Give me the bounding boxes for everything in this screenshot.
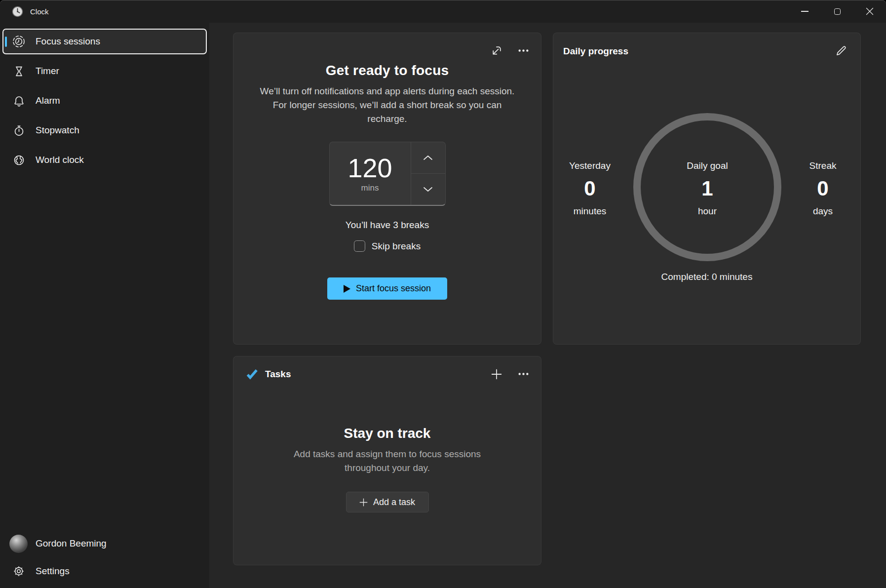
focus-card-description: We’ll turn off notifications and app ale… <box>260 84 515 126</box>
plus-icon <box>359 498 368 507</box>
sidebar-item-label: Stopwatch <box>36 125 79 136</box>
skip-breaks-label: Skip breaks <box>372 241 421 252</box>
edit-goal-button[interactable] <box>834 44 847 57</box>
close-icon <box>866 7 874 15</box>
skip-breaks-checkbox[interactable] <box>354 240 365 252</box>
plus-icon <box>491 369 502 380</box>
settings-label: Settings <box>36 566 70 577</box>
maximize-icon <box>834 8 841 15</box>
sidebar-item-alarm[interactable]: Alarm <box>2 88 207 114</box>
tasks-more-options-button[interactable] <box>517 367 530 381</box>
add-task-plus-button[interactable] <box>490 367 503 381</box>
chevron-up-icon <box>423 155 433 160</box>
stat-daily-goal: Daily goal 1 hour <box>670 159 744 218</box>
main-content: Get ready to focus We’ll turn off notifi… <box>209 23 886 588</box>
minimize-icon <box>801 11 809 12</box>
duration-increase-button[interactable] <box>411 142 445 174</box>
duration-number: 120 <box>347 154 392 182</box>
duration-stepper: 120 mins <box>329 142 446 206</box>
hourglass-icon <box>12 65 25 78</box>
chevron-down-icon <box>423 187 433 192</box>
minimize-button[interactable] <box>788 0 821 23</box>
daily-progress-title: Daily progress <box>563 46 628 57</box>
window-controls <box>788 0 886 23</box>
sidebar-item-focus-sessions[interactable]: Focus sessions <box>2 29 207 54</box>
globe-icon <box>12 154 25 166</box>
bell-icon <box>12 94 25 107</box>
daily-progress-card: Daily progress Yesterday 0 minutes Daily… <box>553 33 861 345</box>
edit-pencil-icon <box>835 44 847 57</box>
sidebar-item-label: Timer <box>36 66 59 77</box>
window-title: Clock <box>30 7 49 16</box>
clock-app-window: Clock <box>0 0 886 588</box>
user-name: Gordon Beeming <box>36 538 107 549</box>
duration-decrease-button[interactable] <box>411 174 445 205</box>
tasks-header: Tasks <box>245 367 291 381</box>
focus-setup-card: Get ready to focus We’ll turn off notifi… <box>233 33 541 345</box>
completed-text: Completed: 0 minutes <box>553 272 860 282</box>
popout-button[interactable] <box>490 44 503 57</box>
duration-value[interactable]: 120 mins <box>330 142 411 205</box>
sidebar-footer: Gordon Beeming Settings <box>0 531 209 584</box>
sidebar-item-label: Alarm <box>36 95 60 106</box>
tasks-description: Add tasks and assign them to focus sessi… <box>294 447 481 475</box>
clock-app-icon <box>12 6 23 17</box>
stat-streak: Streak 0 days <box>786 159 860 218</box>
stat-yesterday: Yesterday 0 minutes <box>553 159 627 218</box>
start-focus-session-button[interactable]: Start focus session <box>327 277 447 300</box>
titlebar: Clock <box>0 0 886 23</box>
sidebar-item-label: World clock <box>36 155 84 165</box>
gear-icon <box>12 565 25 578</box>
maximize-button[interactable] <box>821 0 853 23</box>
add-task-label: Add a task <box>373 497 415 508</box>
stopwatch-icon <box>12 124 25 137</box>
breaks-info-text: You’ll have 3 breaks <box>346 220 429 231</box>
sidebar-item-stopwatch[interactable]: Stopwatch <box>2 118 207 143</box>
sidebar: Focus sessions Timer <box>0 23 209 588</box>
play-icon <box>344 285 350 293</box>
user-account-row[interactable]: Gordon Beeming <box>2 531 207 556</box>
user-avatar <box>9 535 28 553</box>
tasks-card: Tasks Stay on track Add tasks and assign… <box>233 356 541 565</box>
sidebar-nav: Focus sessions Timer <box>0 23 209 173</box>
start-button-label: Start focus session <box>356 283 431 294</box>
tasks-title: Tasks <box>265 369 291 380</box>
selected-accent-pill <box>5 37 7 47</box>
sidebar-item-settings[interactable]: Settings <box>2 558 207 584</box>
focus-card-title: Get ready to focus <box>326 63 449 78</box>
close-button[interactable] <box>853 0 886 23</box>
sidebar-item-world-clock[interactable]: World clock <box>2 147 207 173</box>
tasks-heading: Stay on track <box>344 426 431 441</box>
add-a-task-button[interactable]: Add a task <box>346 492 429 512</box>
duration-unit: mins <box>361 183 379 193</box>
sidebar-item-label: Focus sessions <box>36 36 100 47</box>
more-options-button[interactable] <box>517 44 530 57</box>
sidebar-item-timer[interactable]: Timer <box>2 58 207 84</box>
skip-breaks-row: Skip breaks <box>354 240 421 252</box>
focus-sessions-icon <box>12 35 25 48</box>
tasks-check-icon <box>245 367 259 381</box>
